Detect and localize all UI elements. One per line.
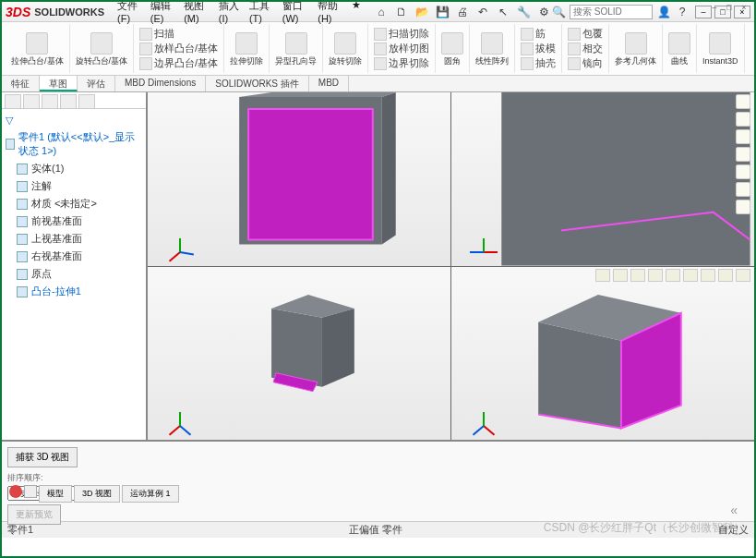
tab-mbd[interactable]: MBD — [309, 76, 349, 91]
loft-cut-icon — [374, 42, 387, 55]
tab-model[interactable]: 模型 — [39, 485, 72, 503]
viewport-bottom-left[interactable] — [148, 267, 450, 441]
appearance-icon[interactable] — [701, 269, 715, 282]
undo-icon[interactable]: ↶ — [475, 5, 490, 19]
doc-max-icon[interactable]: □ — [723, 3, 736, 14]
menu-edit[interactable]: 编辑(E) — [150, 0, 174, 24]
file-explorer-icon[interactable] — [736, 129, 750, 144]
tree-item-material[interactable]: 材质 <未指定> — [6, 195, 142, 212]
view-palette-icon[interactable] — [736, 147, 750, 162]
display-style-icon[interactable] — [666, 269, 680, 282]
doc-min-icon[interactable]: – — [708, 3, 721, 14]
tree-item-origin[interactable]: 原点 — [6, 265, 142, 283]
ribbon-rib[interactable]: 筋 — [521, 27, 556, 41]
tree-tab-pm-icon[interactable] — [23, 94, 40, 109]
tab-evaluate[interactable]: 评估 — [78, 76, 115, 91]
tab-3d-view[interactable]: 3D 视图 — [74, 485, 120, 503]
hide-show-icon[interactable] — [683, 269, 698, 282]
resources-icon[interactable] — [736, 94, 750, 109]
ribbon-mirror[interactable]: 镜向 — [568, 56, 603, 70]
tab-sketch[interactable]: 草图 — [40, 76, 78, 91]
ribbon-linear[interactable]: 线性阵列 — [470, 24, 515, 73]
tab-motion[interactable]: 运动算例 1 — [122, 485, 179, 503]
prev-view-icon[interactable] — [630, 269, 645, 282]
zoom-area-icon[interactable] — [613, 269, 628, 282]
ribbon-intersect[interactable]: 相交 — [568, 42, 603, 55]
doc-window-controls: – □ × — [708, 3, 750, 14]
search-input[interactable] — [570, 5, 653, 19]
doc-close-icon[interactable]: × — [738, 3, 750, 14]
save-icon[interactable]: 💾 — [435, 5, 450, 19]
menu-insert[interactable]: 插入(I) — [219, 0, 240, 24]
record-icon[interactable] — [9, 485, 22, 498]
ribbon-sweep[interactable]: 扫描 — [139, 27, 218, 41]
tree-root[interactable]: 零件1 (默认<<默认>_显示状态 1>) — [6, 128, 142, 160]
filter-icon[interactable]: ▽ — [6, 113, 142, 128]
ribbon-revolve[interactable]: 旋转凸台/基体 — [70, 24, 135, 73]
sweep-icon — [139, 28, 152, 41]
viewport-grid — [148, 92, 754, 440]
tree-tab-fm-icon[interactable] — [5, 94, 21, 109]
menu-view[interactable]: 视图(M) — [184, 0, 210, 24]
tree-item-top[interactable]: 上视基准面 — [6, 230, 142, 248]
home-icon[interactable]: ⌂ — [374, 5, 389, 19]
zoom-fit-icon[interactable] — [595, 269, 610, 282]
options-icon[interactable]: ⚙ — [536, 5, 551, 19]
ribbon-hole[interactable]: 异型孔向导 — [270, 24, 323, 73]
tree-item-extrude1[interactable]: 凸台-拉伸1 — [6, 283, 142, 300]
ribbon-instant3d[interactable]: Instant3D — [697, 24, 745, 73]
ribbon-revolve-cut[interactable]: 旋转切除 — [323, 24, 368, 73]
menu-file[interactable]: 文件(F) — [117, 0, 141, 24]
menu-window[interactable]: 窗口(W) — [282, 0, 308, 24]
capture-3d-button[interactable]: 捕获 3D 视图 — [7, 447, 78, 467]
open-icon[interactable]: 📂 — [414, 5, 429, 19]
sweep-cut-icon — [374, 28, 387, 41]
viewport-bottom-right[interactable] — [451, 267, 754, 441]
rebuild-icon[interactable]: 🔧 — [516, 5, 531, 19]
user-icon[interactable]: 👤 — [656, 5, 671, 19]
menu-star[interactable]: ★ — [352, 0, 361, 24]
forum-icon[interactable] — [736, 200, 750, 214]
print-icon[interactable]: 🖨 — [455, 5, 470, 19]
custom-props-icon[interactable] — [736, 182, 750, 197]
tree-tab-disp-icon[interactable] — [78, 94, 95, 109]
update-preview-button[interactable]: 更新预览 — [7, 504, 61, 525]
appearances-icon[interactable] — [736, 164, 750, 179]
help-icon[interactable]: ? — [675, 5, 690, 19]
ribbon-boundary[interactable]: 边界凸台/基体 — [139, 56, 218, 70]
tree-item-annot[interactable]: 注解 — [6, 177, 142, 195]
ribbon-refgeo[interactable]: 参考几何体 — [609, 24, 663, 73]
ribbon-loft[interactable]: 放样凸台/基体 — [139, 42, 218, 55]
ribbon-loft-cut[interactable]: 放样切图 — [374, 42, 429, 55]
new-icon[interactable]: 🗋 — [394, 5, 409, 19]
tree-item-solid[interactable]: 实体(1) — [6, 160, 142, 177]
ribbon-draft[interactable]: 拔模 — [521, 42, 556, 55]
scene-icon[interactable] — [718, 269, 733, 282]
menu-help[interactable]: 帮助(H) — [318, 0, 342, 24]
tree-item-right[interactable]: 右视基准面 — [6, 248, 142, 265]
ribbon-extrude[interactable]: 拉伸凸台/基体 — [6, 24, 70, 73]
ribbon-curves[interactable]: 曲线 — [663, 24, 697, 73]
viewport-top-left[interactable] — [148, 92, 450, 266]
select-icon[interactable]: ↖ — [496, 5, 510, 19]
ribbon-cut-extrude[interactable]: 拉伸切除 — [224, 24, 270, 73]
design-library-icon[interactable] — [736, 112, 750, 127]
ribbon-fillet[interactable]: 圆角 — [436, 24, 470, 73]
tree-tab-dim-icon[interactable] — [60, 94, 77, 109]
view-settings-icon[interactable] — [736, 269, 750, 282]
stop-icon[interactable] — [24, 485, 37, 498]
ribbon-sweep-cut[interactable]: 扫描切除 — [374, 27, 429, 41]
ribbon-wrap[interactable]: 包覆 — [568, 27, 603, 41]
ribbon-boundary-cut[interactable]: 边界切除 — [374, 56, 429, 70]
section-icon[interactable] — [648, 269, 663, 282]
tab-addins[interactable]: SOLIDWORKS 插件 — [206, 76, 309, 91]
instant3d-icon — [709, 32, 731, 55]
tab-features[interactable]: 特征 — [2, 76, 40, 91]
viewport-top-right[interactable] — [451, 92, 754, 266]
tab-mbd-dim[interactable]: MBD Dimensions — [115, 76, 206, 91]
svg-marker-1 — [248, 109, 373, 240]
tree-item-front[interactable]: 前视基准面 — [6, 212, 142, 230]
ribbon-shell[interactable]: 抽壳 — [521, 56, 556, 70]
tree-tab-cfg-icon[interactable] — [42, 94, 58, 109]
menu-tools[interactable]: 工具(T) — [249, 0, 273, 24]
